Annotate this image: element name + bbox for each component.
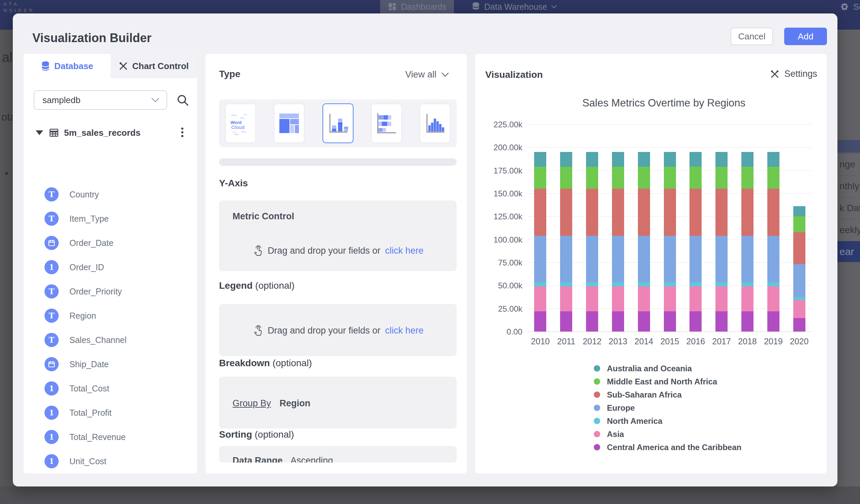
legend-dot [594,418,600,424]
bar-segment-middle-east-and-north-africa [767,167,779,189]
bar-2013 [612,152,624,332]
drag-drop-hint: Drag and drop your fields or click here [219,325,457,336]
legend-item: Asia [594,428,741,441]
svg-text:Word: Word [230,120,242,125]
bar-segment-asia [638,286,650,311]
drag-drop-hint: Drag and drop your fields or click here [219,245,457,256]
bar-segment-middle-east-and-north-africa [689,167,702,189]
bar-segment-north-america [767,282,779,286]
field-item-total_profit[interactable]: 1Total_Profit [44,405,112,420]
x-axis-tick-label: 2017 [709,336,735,346]
bar-2020 [793,206,805,332]
bar-segment-australia-and-oceania [560,152,572,167]
add-button[interactable]: Add [784,28,827,45]
metric-control-dropzone[interactable]: Metric Control Drag and drop your fields… [219,200,457,271]
gridline [527,147,812,147]
bar-segment-sub-saharan-africa [793,232,805,264]
bar-segment-sub-saharan-africa [689,189,702,235]
type-heading: Type [219,69,240,80]
field-item-order_id[interactable]: 1Order_ID [44,260,104,275]
y-axis-tick-label: 225.00k [478,120,522,129]
bar-segment-asia [689,286,702,311]
gridline [527,124,812,125]
sorting-heading: Sorting (optional) [219,429,294,440]
bar-segment-sub-saharan-africa [612,189,624,235]
chart-type-stacked-bar[interactable] [371,103,402,143]
bar-segment-central-america-and-the-caribbean [767,311,779,332]
optional-suffix: (optional) [255,280,295,291]
occluded-list-row: ear [837,241,860,262]
tools-icon [119,61,128,71]
chart-type-stacked-column[interactable] [322,103,354,143]
bar-segment-europe [560,236,572,282]
kebab-menu-icon[interactable]: ••• [177,127,187,138]
field-item-order_priority[interactable]: TOrder_Priority [44,284,122,299]
table-tree-node[interactable]: 5m_sales_records ••• [36,125,187,140]
chart-type-word-cloud[interactable]: CloudWordCloudWordCloudWordCloudWord [225,103,256,143]
collapse-triangle-icon[interactable] [36,130,43,135]
field-item-region[interactable]: TRegion [44,308,96,323]
tap-icon [252,325,263,336]
field-item-item_type[interactable]: TItem_Type [44,211,109,226]
group-by-field[interactable]: Group By Region [232,398,310,409]
bar-segment-asia [741,286,754,311]
occluded-list-row: eekly [837,219,860,241]
settings-label: Settings [784,69,817,79]
field-name: Order_ID [69,262,104,272]
legend-label: Central America and the Caribbean [607,443,741,452]
bar-segment-middle-east-and-north-africa [560,167,572,189]
horizontal-scrollbar[interactable] [219,158,457,166]
sorting-field[interactable]: Data Range Ascending [232,456,333,463]
field-item-country[interactable]: TCountry [44,187,99,202]
field-name: Total_Cost [69,384,109,393]
bar-segment-asia [664,286,676,311]
field-item-sales_channel[interactable]: TSales_Channel [44,332,127,347]
x-axis-tick-label: 2014 [631,336,657,346]
svg-text:Cloud: Cloud [231,125,245,130]
field-item-ship_date[interactable]: Ship_Date [44,357,109,372]
bar-segment-middle-east-and-north-africa [534,167,546,189]
bar-segment-north-america [715,282,728,286]
field-item-order_date[interactable]: Order_Date [44,235,114,250]
field-item-unit_cost[interactable]: 1Unit_Cost [44,454,106,469]
sorting-dropzone[interactable]: Data Range Ascending [219,446,457,463]
database-select-value: sampledb [42,95,151,105]
svg-text:Word: Word [243,114,247,116]
cancel-button[interactable]: Cancel [731,28,773,45]
view-all-dropdown[interactable]: View all [405,69,449,80]
click-here-link[interactable]: click here [385,326,424,336]
field-item-total_revenue[interactable]: 1Total_Revenue [44,430,126,444]
breakdown-dropzone[interactable]: Group By Region [219,377,457,429]
tab-database-label: Database [54,61,94,71]
y-axis-tick-label: 50.00k [478,281,522,290]
chart-type-treemap[interactable] [274,103,305,143]
database-select[interactable]: sampledb [34,90,167,110]
bar-segment-central-america-and-the-caribbean [560,311,572,332]
legend-dot [594,431,600,437]
legend-item: Sub-Saharan Africa [594,388,741,401]
tab-database[interactable]: Database [24,54,111,78]
bar-segment-asia [715,286,728,311]
click-here-link[interactable]: click here [385,246,424,256]
metric-control-label: Metric Control [232,211,294,222]
group-by-label[interactable]: Group By [232,398,271,408]
x-axis-tick-label: 2010 [527,336,553,346]
y-axis-tick-label: 175.00k [478,166,522,175]
settings-button[interactable]: Settings [770,69,817,79]
date-field-icon [44,236,59,250]
bar-segment-australia-and-oceania [767,152,779,167]
search-icon[interactable] [176,93,189,107]
y-axis-tick-label: 25.00k [478,304,522,314]
chart-title: Sales Metrics Overtime by Regions [516,97,812,109]
field-item-total_cost[interactable]: 1Total_Cost [44,381,109,396]
field-name: Order_Priority [69,287,122,297]
tab-chart-control[interactable]: Chart Control [111,54,198,78]
drag-drop-text: Drag and drop your fields or [268,246,381,256]
chart-type-histogram[interactable] [419,103,450,143]
bar-2010 [534,152,546,332]
x-axis-tick-label: 2015 [657,336,683,346]
legend-label: North America [607,416,662,426]
legend-dropzone[interactable]: Drag and drop your fields or click here [219,304,457,356]
dashboard-icon [388,2,397,12]
tab-chart-control-label: Chart Control [132,61,189,71]
